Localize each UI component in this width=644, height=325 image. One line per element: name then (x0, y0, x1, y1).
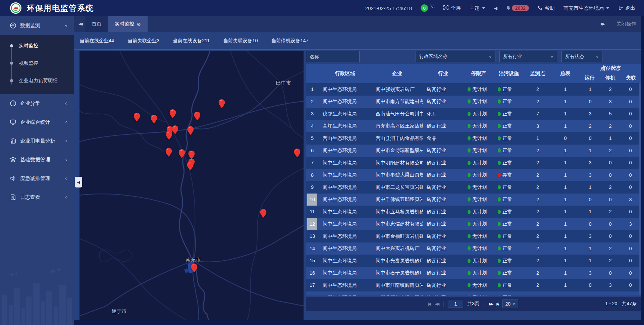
status-dot-icon (468, 112, 471, 116)
page-next-icon[interactable]: ▶▶ (489, 302, 492, 306)
table-row[interactable]: 17阆中生态环境局阆中市江南镇阆南页岩砖瓦行业无计划正常21030 (306, 279, 641, 291)
help-button[interactable]: 帮助 (538, 5, 555, 11)
submenu-dot-icon (10, 44, 13, 47)
table-row[interactable]: 6阆中生态环境局阆中市金博瑞新型墙材砖瓦行业无计划正常21120 (306, 145, 641, 157)
table-row[interactable]: 16阆中生态环境局阆中市石子页岩机砖厂砖瓦行业无计划正常21300 (306, 267, 641, 279)
cell-monitor-points: 2 (524, 206, 551, 218)
sidebar-item-power-analysis[interactable]: 企业用电量分析< (0, 131, 74, 150)
cell-monitor-points: 2 (524, 230, 551, 242)
cell-total-meters: 1 (551, 230, 579, 242)
table-scrollbar[interactable] (639, 83, 641, 295)
page-prev-icon[interactable]: ◀◀ (435, 302, 438, 306)
table-row[interactable]: 13阆中生态环境局阆中市金福旺页岩机砖砖瓦行业无计划正常21300 (306, 230, 641, 242)
cell-company: 阆中市金博瑞新型墙材 (372, 145, 423, 157)
map-pin-icon[interactable] (166, 131, 172, 140)
table-row[interactable]: 11阆中生态环境局阆中市五马桥页岩机砖砖瓦行业无计划正常21120 (306, 206, 641, 218)
industry-select[interactable]: 所有行业 ∨ (499, 51, 557, 62)
row-index: 7 (306, 157, 319, 169)
column-header: 停限产 (464, 64, 494, 83)
tabs-scroll-right-icon[interactable]: ▶▶ (601, 22, 604, 26)
cell-company: 阆中市光富页岩机砖厂 (372, 255, 423, 267)
page-size-select[interactable]: 20 ∨ (502, 300, 518, 308)
table-row[interactable]: 7阆中生态环境局阆中明阳建材有限公司砖瓦行业无计划正常21300 (306, 157, 641, 169)
status-select[interactable]: 所有状态 ∨ (561, 51, 602, 62)
stat-value: 44 (109, 38, 114, 43)
logout-button[interactable]: 退出 (618, 5, 635, 11)
sidebar-subitem-video-monitor[interactable]: 视频监控 (0, 54, 74, 72)
map-pin-icon[interactable] (194, 112, 201, 120)
cell-company: 阆中强锐页岩砖厂 (372, 83, 423, 96)
map[interactable]: 巴中市南充市遂宁市 ◀ (79, 51, 304, 320)
page-last-icon[interactable]: ▶| (496, 302, 498, 306)
table-row[interactable]: 9阆中生态环境局阆中市二龙长宝页岩砖砖瓦行业无计划正常21120 (306, 181, 641, 194)
table-row[interactable]: 5营山生态环境局营山县润丰肉食品有限食品无计划正常10010 (306, 132, 641, 145)
row-index: 1 (306, 83, 319, 96)
sidebar-subitem-power-load-detail[interactable]: 企业电力负荷明细 (0, 72, 74, 89)
map-pin-icon[interactable] (170, 109, 176, 118)
page-first-icon[interactable]: ▶| (429, 302, 431, 306)
cell-running: 0 (579, 291, 601, 296)
sidebar-item-emergency-reduction[interactable]: 应急减排管理< (0, 169, 74, 188)
cell-production-limit: 无计划 (464, 145, 494, 157)
status-dot-icon (498, 283, 501, 287)
map-pin-icon[interactable] (294, 149, 301, 157)
table-row[interactable]: 1阆中生态环境局阆中强锐页岩砖厂砖瓦行业无计划正常21120 (306, 83, 641, 96)
tab-realtime-monitor[interactable]: 实时监控 ⊗ (108, 16, 148, 32)
org-menu[interactable]: 南充市生态环境局 (564, 5, 609, 11)
page-number-input[interactable] (448, 300, 463, 308)
data-monitor-icon (9, 22, 17, 29)
map-pin-icon[interactable] (187, 162, 194, 170)
cell-company: 阆中市金福旺页岩机砖 (372, 230, 423, 242)
sidebar-item-log-view[interactable]: 日志查看< (0, 188, 74, 207)
map-collapse-button[interactable]: ◀ (75, 177, 82, 187)
table-row[interactable]: 4高坪生态环境局南充市高坪区王家店建砖瓦行业无计划正常31220 (306, 120, 641, 132)
column-header: 行政区域 (319, 64, 372, 83)
map-pin-icon[interactable] (219, 99, 225, 108)
cell-company: 阆中大兴页岩机砖厂 (372, 242, 423, 255)
speaker-icon[interactable]: ◀ (494, 6, 497, 10)
table-row[interactable]: 15阆中生态环境局阆中市光富页岩机砖厂砖瓦行业无计划正常21120 (306, 255, 641, 267)
cell-pollution-facility: 正常 (494, 242, 524, 255)
tab-close-icon[interactable]: ⊗ (137, 21, 141, 27)
chevron-left-icon: < (65, 194, 67, 201)
tab-home[interactable]: 首页 (85, 16, 108, 32)
sidebar-item-base-data[interactable]: 基础数据管理< (0, 150, 74, 169)
map-pin-icon[interactable] (189, 151, 195, 159)
cell-monitor-points: 2 (524, 218, 551, 230)
cell-pollution-facility: 正常 (494, 181, 524, 194)
name-search-input[interactable] (306, 51, 360, 62)
table-row[interactable]: 14阆中生态环境局阆中大兴页岩机砖厂砖瓦行业无计划正常21120 (306, 242, 641, 255)
table-row[interactable]: 12阆中生态环境局阆中市忠信建材有限公砖瓦行业无计划正常21003 (306, 218, 641, 230)
tabs-scroll-left-icon[interactable]: ◀◀ (74, 16, 85, 32)
cell-offline: 0 (620, 291, 641, 296)
cell-region: 阆中生态环境局 (319, 279, 372, 291)
fullscreen-button[interactable]: 全屏 (443, 5, 461, 11)
sidebar-item-data-monitor[interactable]: 数据监测∨ (0, 16, 74, 35)
stat-item: 当前在线企业44 (79, 38, 114, 44)
table-row[interactable]: 18南部生态环境局南部县砚华土混有限公建材加工无计划正常60060 (306, 291, 641, 296)
map-pin-icon[interactable] (172, 125, 178, 134)
sidebar-item-company-statistics[interactable]: 企业综合统计< (0, 113, 74, 131)
map-pin-icon[interactable] (179, 149, 185, 158)
theme-button[interactable]: 主题 (470, 5, 485, 11)
sidebar-subitem-realtime-monitor[interactable]: 实时监控 (0, 37, 74, 54)
map-pin-icon[interactable] (166, 148, 172, 157)
map-pin-icon[interactable] (260, 209, 267, 218)
map-pin-icon[interactable] (191, 264, 198, 272)
cell-total-meters: 1 (551, 267, 579, 279)
sidebar-item-company-abnormal[interactable]: 企业异常< (0, 94, 74, 113)
region-select[interactable]: 行政区域名称 ∨ (416, 51, 495, 62)
table-row[interactable]: 3仪陇生态环境局西南油气田分公司川中化工无计划正常71350 (306, 108, 641, 120)
notification-bell[interactable]: 2632 (506, 5, 529, 11)
table-row[interactable]: 8阆中生态环境局阆中市枣碧大梁山页岩砖瓦行业无计划异常21300 (306, 169, 641, 181)
close-operations-button[interactable]: 关闭操作 (616, 21, 636, 27)
table-row[interactable]: 10阆中生态环境局阆中千佛镇五郎垭页岩砖瓦行业无计划正常21003 (306, 194, 641, 206)
table-row[interactable]: 2阆中生态环境局阆中市南方节能建材有砖瓦行业无计划正常21030 (306, 96, 641, 108)
map-pin-icon[interactable] (187, 126, 194, 135)
row-index: 17 (306, 279, 319, 291)
cell-total-meters: 1 (551, 96, 579, 108)
cell-total-meters: 1 (551, 120, 579, 132)
map-pin-icon[interactable] (134, 113, 140, 121)
status-dot-icon (498, 259, 501, 263)
map-pin-icon[interactable] (151, 115, 157, 123)
